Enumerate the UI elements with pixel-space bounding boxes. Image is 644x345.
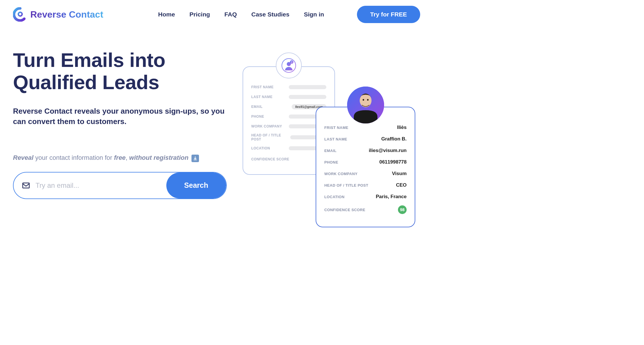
value-first-name: Iliès xyxy=(397,125,407,130)
result-card: FRIST NAMEIliès LAST NAMEGraffion B. EMA… xyxy=(316,107,415,227)
svg-point-9 xyxy=(362,99,364,101)
label-first-name: FRIST NAME xyxy=(251,85,273,89)
search-bar: Search xyxy=(13,172,227,199)
hero-subtitle: Reverse Contact reveals your anonymous s… xyxy=(13,106,232,127)
label-work-company: WORK COMPANY xyxy=(251,124,282,128)
value-work-company: Visum xyxy=(392,171,407,177)
empty-pill xyxy=(289,95,326,99)
value-email: ilies@visum.run xyxy=(369,148,407,153)
svg-text:?: ? xyxy=(291,61,293,64)
logo-text: Reverse Contact xyxy=(30,9,103,20)
anonymous-avatar: ? xyxy=(276,52,302,78)
label-last-name: LAST NAME xyxy=(251,95,273,99)
label-email: EMAIL xyxy=(324,149,336,153)
hero-title: Turn Emails into Qualified Leads xyxy=(13,49,232,94)
nav-home[interactable]: Home xyxy=(158,11,175,18)
value-phone: 0611998778 xyxy=(379,159,407,165)
label-location: LOCATION xyxy=(324,195,345,199)
nav-pricing[interactable]: Pricing xyxy=(189,11,210,18)
svg-point-1 xyxy=(19,13,21,15)
result-avatar xyxy=(347,87,384,123)
label-location: LOCATION xyxy=(251,146,270,150)
search-button[interactable]: Search xyxy=(166,172,226,198)
empty-pill xyxy=(289,85,326,89)
email-icon xyxy=(14,181,36,190)
down-arrow-icon xyxy=(191,155,199,162)
value-last-name: Graffion B. xyxy=(381,136,407,142)
value-head-of: CEO xyxy=(396,182,407,188)
label-phone: PHONE xyxy=(251,115,264,119)
nav-case-studies[interactable]: Case Studies xyxy=(251,11,289,18)
try-free-button[interactable]: Try for FREE xyxy=(357,6,420,23)
nav-sign-in[interactable]: Sign in xyxy=(304,11,324,18)
confidence-badge-high: 98 xyxy=(398,205,407,214)
nav-faq[interactable]: FAQ xyxy=(224,11,237,18)
svg-rect-2 xyxy=(23,183,29,188)
email-input[interactable] xyxy=(36,181,166,190)
label-work-company: WORK COMPANY xyxy=(324,172,358,176)
logo[interactable]: Reverse Contact xyxy=(13,7,103,22)
label-confidence: CONFIDENCE SCORE xyxy=(251,157,289,161)
svg-point-8 xyxy=(360,94,371,107)
label-head-of: HEAD OF / TITLE POST xyxy=(251,133,290,141)
svg-point-10 xyxy=(367,99,368,101)
label-last-name: LAST NAME xyxy=(324,137,347,141)
reveal-prompt: Reveal your contact information for free… xyxy=(13,154,232,162)
label-email: EMAIL xyxy=(251,105,263,109)
label-phone: PHONE xyxy=(324,160,338,164)
value-location: Paris, France xyxy=(376,194,407,200)
logo-icon xyxy=(13,7,27,22)
label-first-name: FRIST NAME xyxy=(324,125,348,130)
label-head-of: HEAD OF / TITLE POST xyxy=(324,183,368,187)
label-confidence: CONFIDENCE SCORE xyxy=(324,208,365,212)
